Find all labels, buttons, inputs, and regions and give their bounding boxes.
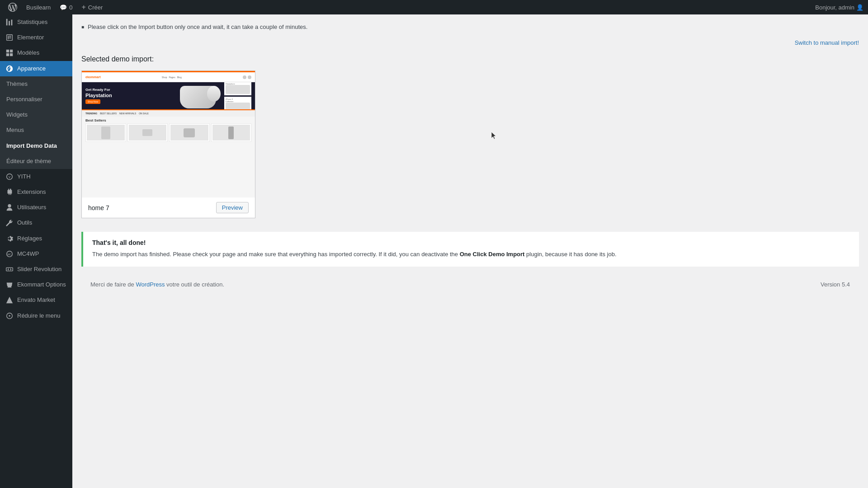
tools-icon xyxy=(5,219,14,227)
admin-bar: Busilearn 💬 0 + Créer Bonjour, admin 👤 xyxy=(0,0,868,14)
sidebar-label-apparence: Apparence xyxy=(17,65,46,73)
mini-nav: Shop Pages Blog xyxy=(162,76,182,79)
comments-count: 0 xyxy=(69,4,72,11)
sidebar-label-personnaliser: Personnaliser xyxy=(6,95,42,103)
demo-card-image: ekommart Shop Pages Blog xyxy=(82,71,255,197)
layout: Statistiques Elementor Modèles Apparence… xyxy=(0,14,868,488)
mini-header: ekommart Shop Pages Blog xyxy=(82,72,255,82)
success-notice: That's it, all done! The demo import has… xyxy=(81,232,859,267)
preview-button[interactable]: Preview xyxy=(216,202,249,213)
mini-side-img-2 xyxy=(226,103,250,110)
apparence-submenu: Thèmes Personnaliser Widgets Menus Impor… xyxy=(0,76,72,169)
mini-best-sellers-title: Best Sellers xyxy=(82,117,255,123)
admin-bar-left: Busilearn 💬 0 + Créer xyxy=(5,0,106,14)
main-content: Please click on the Import button only o… xyxy=(72,14,868,488)
mini-grid-card-1 xyxy=(85,123,126,142)
wp-logo-link[interactable] xyxy=(5,0,21,14)
sidebar-label-extensions: Extensions xyxy=(17,188,46,196)
sidebar-label-yith: YITH xyxy=(17,173,31,181)
mini-nav-item-1: Shop xyxy=(162,76,167,79)
section-title: Selected demo import: xyxy=(81,55,859,63)
footer-text-before: Merci de faire de xyxy=(90,281,136,288)
sidebar-item-import-demo[interactable]: Import Demo Data xyxy=(0,138,72,154)
demo-preview: ekommart Shop Pages Blog xyxy=(82,71,255,197)
sidebar-item-ekommart-options[interactable]: Ekommart Options xyxy=(0,277,72,292)
sidebar-item-personnaliser[interactable]: Personnaliser xyxy=(0,92,72,107)
svg-rect-12 xyxy=(6,267,13,271)
mini-banner: Get Ready For Playstation Shop Now xyxy=(82,82,255,109)
greeting-text: Bonjour, admin xyxy=(815,4,854,11)
sidebar-item-menus[interactable]: Menus xyxy=(0,122,72,138)
mini-side-card-1: MicrosoftHeadphone xyxy=(224,82,251,95)
mini-category-bar: TRENDING BEST SELLERS NEW ARRIVALS ON SA… xyxy=(82,110,255,117)
mini-icons xyxy=(243,75,251,79)
sidebar-item-editeur-theme[interactable]: Éditeur de thème xyxy=(0,154,72,169)
mini-banner-cta: Shop Now xyxy=(85,99,100,104)
mini-category-label-1: TRENDING xyxy=(85,112,97,115)
sidebar-label-ekommart-options: Ekommart Options xyxy=(17,281,66,289)
site-name-link[interactable]: Busilearn xyxy=(23,0,54,14)
plugin-icon xyxy=(5,188,14,196)
elementor-icon xyxy=(5,33,14,42)
envato-icon xyxy=(5,296,14,304)
sidebar-item-themes[interactable]: Thèmes xyxy=(0,76,72,92)
sidebar-item-reglages[interactable]: Réglages xyxy=(0,231,72,246)
sidebar-item-widgets[interactable]: Widgets xyxy=(0,107,72,122)
wp-footer: Merci de faire de WordPress votre outil … xyxy=(81,276,859,293)
svg-text:MC: MC xyxy=(8,253,11,256)
new-item-link[interactable]: + Créer xyxy=(78,0,106,14)
mini-grid-img-3 xyxy=(170,125,208,141)
mini-phone-shape-1 xyxy=(101,127,110,139)
sidebar-label-menus: Menus xyxy=(6,126,24,134)
mini-category-label-3: NEW ARRIVALS xyxy=(119,112,136,115)
mini-logo: ekommart xyxy=(85,75,100,79)
mini-laptop-shape xyxy=(142,129,152,136)
sidebar-item-slider-revolution[interactable]: Slider Revolution xyxy=(0,262,72,277)
demo-card-footer: home 7 Preview xyxy=(82,197,255,218)
sidebar-item-reduire-menu[interactable]: Réduire le menu xyxy=(0,308,72,324)
sidebar-item-envato-market[interactable]: Envato Market xyxy=(0,292,72,308)
mini-category-label-2: BEST SELLERS xyxy=(100,112,117,115)
sidebar-item-apparence[interactable]: Apparence xyxy=(0,61,72,76)
success-text-before: The demo import has finished. Please che… xyxy=(92,251,460,258)
mini-grid-card-4 xyxy=(211,123,252,142)
mini-products-grid xyxy=(82,123,255,144)
mini-category-label-4: ON SALE xyxy=(139,112,149,115)
sidebar-label-widgets: Widgets xyxy=(6,111,28,119)
sidebar-item-mc4wp[interactable]: MC MC4WP xyxy=(0,246,72,262)
chart-icon xyxy=(5,18,14,26)
appearance-icon xyxy=(5,65,14,73)
sidebar-item-utilisateurs[interactable]: Utilisateurs xyxy=(0,200,72,215)
svg-rect-7 xyxy=(10,53,13,56)
sidebar-item-modeles[interactable]: Modèles xyxy=(0,45,72,61)
svg-rect-3 xyxy=(9,38,11,38)
svg-rect-5 xyxy=(10,50,13,52)
mini-banner-left: Get Ready For Playstation Shop Now xyxy=(85,88,176,104)
mini-vr-area xyxy=(180,84,221,108)
sidebar-label-import-demo: Import Demo Data xyxy=(6,142,57,150)
sidebar-item-yith[interactable]: Y YITH xyxy=(0,169,72,184)
grid-icon xyxy=(5,49,14,57)
mini-banner-title: Get Ready For xyxy=(85,88,176,92)
sidebar-item-extensions[interactable]: Extensions xyxy=(0,184,72,200)
mini-nav-item-2: Pages xyxy=(169,76,175,79)
svg-rect-2 xyxy=(9,36,11,37)
mini-side-products: MicrosoftHeadphone iPhone XCollection xyxy=(224,82,251,109)
collapse-icon xyxy=(5,312,14,320)
svg-rect-1 xyxy=(8,36,9,39)
svg-text:Y: Y xyxy=(8,175,11,179)
mini-grid-img-2 xyxy=(129,125,167,141)
mini-cart-icon xyxy=(243,75,246,79)
wordpress-link[interactable]: WordPress xyxy=(136,281,165,288)
sidebar-label-mc4wp: MC4WP xyxy=(17,250,39,258)
switch-to-manual-link[interactable]: Switch to manual import! xyxy=(795,39,859,46)
mini-smartwatch xyxy=(207,86,221,102)
sidebar-item-elementor[interactable]: Elementor xyxy=(0,30,72,45)
plus-icon: + xyxy=(81,3,85,11)
mini-nav-item-3: Blog xyxy=(177,76,182,79)
sidebar-item-statistiques[interactable]: Statistiques xyxy=(0,14,72,30)
success-notice-title: That's it, all done! xyxy=(92,239,850,246)
mini-banner-subtitle: Playstation xyxy=(85,93,176,98)
sidebar-item-outils[interactable]: Outils xyxy=(0,215,72,230)
comments-link[interactable]: 💬 0 xyxy=(56,0,76,14)
